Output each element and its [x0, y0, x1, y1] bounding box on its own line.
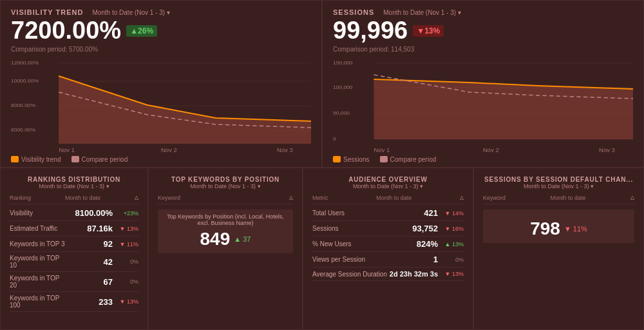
keywords-col-delta: Δ: [289, 195, 293, 201]
svg-text:10000.00%: 10000.00%: [11, 78, 39, 84]
rankings-rows: Visibility 8100.00% +23% Estimated Traff…: [10, 206, 138, 312]
table-row: Keywords in TOP 100 233 ▼ 13%: [10, 292, 138, 312]
table-row: % New Users 824% ▲ 13%: [312, 237, 464, 252]
keywords-box: Top Keywords by Position (incl. Local, H…: [158, 209, 293, 253]
keywords-date[interactable]: Month to Date (Nov 1 - 3): [158, 183, 293, 189]
table-row: Keywords in TOP 3 92 ▼ 11%: [10, 237, 138, 252]
sessions-legend: Sessions Compare period: [333, 156, 633, 163]
svg-text:Nov 3: Nov 3: [599, 147, 615, 153]
table-row: Keywords in TOP 10 42 0%: [10, 252, 138, 272]
table-row: Visibility 8100.00% +23%: [10, 206, 138, 221]
sessions-change: ▼ 13%: [413, 25, 444, 37]
visibility-chart: 12000.00% 10000.00% 8000.00% 6000.00% No…: [11, 57, 311, 153]
sessions-channel-col-month: Month to date: [550, 195, 585, 201]
audience-col-delta: Δ: [460, 195, 464, 201]
visibility-date-filter[interactable]: Month to Date (Nov 1 - 3): [92, 9, 170, 16]
svg-text:8000.00%: 8000.00%: [11, 102, 36, 108]
rankings-panel: RANKINGS DISTRIBUTION Month to Date (Nov…: [0, 168, 148, 330]
sessions-comparison: Comparison period: 114,503: [333, 46, 633, 53]
rankings-col-month: Month to date: [65, 195, 100, 201]
svg-text:Nov 1: Nov 1: [59, 147, 75, 153]
audience-rows: Total Users 421 ▼ 14% Sessions 93,752 ▼ …: [312, 206, 464, 281]
sessions-channel-col-keyword: Keyword: [483, 195, 506, 201]
svg-text:Nov 2: Nov 2: [161, 147, 177, 153]
svg-text:Nov 1: Nov 1: [374, 147, 390, 153]
svg-text:Nov 2: Nov 2: [483, 147, 499, 153]
keywords-col-keyword: Keyword: [158, 195, 180, 201]
table-row: Average Session Duration 2d 23h 32m 3s ▼…: [312, 267, 464, 281]
sessions-channel-date[interactable]: Month to Date (Nov 1 - 3): [483, 183, 634, 189]
audience-title: AUDIENCE OVERVIEW: [312, 176, 464, 183]
visibility-comparison: Comparison period: 5700.00%: [11, 46, 311, 53]
sessions-title: SESSIONS: [333, 8, 374, 16]
legend-visibility-compare: Compare period: [71, 156, 128, 163]
keywords-header: Keyword Δ: [158, 195, 293, 204]
table-row: Views per Session 1 0%: [312, 252, 464, 267]
visibility-panel: VISIBILITY TREND Month to Date (Nov 1 - …: [0, 0, 322, 168]
keywords-delta: ▲ 37: [234, 235, 251, 243]
sessions-channel-panel: SESSIONS BY SESSION DEFAULT CHAN... Mont…: [473, 168, 644, 330]
rankings-date[interactable]: Month to Date (Nov 1 - 3): [10, 183, 138, 189]
audience-panel: AUDIENCE OVERVIEW Month to Date (Nov 1 -…: [303, 168, 473, 330]
keywords-title: TOP KEYWORDS BY POSITION: [158, 176, 293, 183]
legend-visibility-trend: Visibility trend: [11, 156, 61, 163]
legend-sessions-main: Sessions: [333, 156, 370, 163]
sessions-channel-header: Keyword Month to date Δ: [483, 195, 634, 204]
sessions-channel-delta: ▼ 11%: [564, 225, 587, 233]
svg-text:100,000: 100,000: [333, 84, 353, 90]
visibility-legend: Visibility trend Compare period: [11, 156, 311, 163]
keywords-box-label: Top Keywords by Position (incl. Local, H…: [167, 213, 284, 226]
keywords-panel: TOP KEYWORDS BY POSITION Month to Date (…: [148, 168, 303, 330]
table-row: Keywords in TOP 20 67 0%: [10, 272, 138, 292]
sessions-panel: SESSIONS Month to Date (Nov 1 - 3) 99,99…: [322, 0, 644, 168]
audience-date[interactable]: Month to Date (Nov 1 - 3): [312, 183, 464, 189]
sessions-chart: 150,000 100,000 50,000 0 Nov 1 Nov 2 Nov…: [333, 57, 633, 153]
table-row: Estimated Traffic 87.16k ▼ 13%: [10, 221, 138, 237]
svg-text:Nov 3: Nov 3: [277, 147, 293, 153]
dashboard: VISIBILITY TREND Month to Date (Nov 1 - …: [0, 0, 644, 330]
visibility-value: 7200.00%: [11, 17, 121, 44]
svg-text:12000.00%: 12000.00%: [11, 60, 39, 66]
sessions-channel-title: SESSIONS BY SESSION DEFAULT CHAN...: [483, 176, 634, 183]
rankings-col-delta: Δ: [135, 195, 138, 201]
sessions-date-filter[interactable]: Month to Date (Nov 1 - 3): [383, 9, 461, 16]
rankings-col-ranking: Ranking: [10, 195, 31, 201]
bottom-row: RANKINGS DISTRIBUTION Month to Date (Nov…: [0, 168, 644, 330]
sessions-channel-col-delta: Δ: [630, 195, 634, 201]
svg-text:150,000: 150,000: [333, 60, 353, 66]
sessions-channel-box: 798 ▼ 11%: [483, 209, 634, 243]
sessions-svg: 150,000 100,000 50,000 0 Nov 1 Nov 2 Nov…: [333, 57, 633, 153]
sessions-channel-value: 798: [530, 218, 560, 239]
rankings-title: RANKINGS DISTRIBUTION: [10, 176, 138, 183]
svg-marker-8: [59, 76, 311, 144]
svg-text:0: 0: [333, 136, 336, 142]
visibility-title: VISIBILITY TREND: [11, 8, 83, 16]
table-row: Sessions 93,752 ▼ 16%: [312, 221, 464, 237]
svg-text:6000.00%: 6000.00%: [11, 127, 36, 133]
rankings-header: Ranking Month to date Δ: [10, 195, 138, 204]
audience-col-metric: Metric: [312, 195, 328, 201]
audience-header: Metric Month to date Δ: [312, 195, 464, 204]
svg-text:50,000: 50,000: [333, 110, 350, 116]
audience-col-month: Month to date: [376, 195, 412, 201]
keywords-value: 849: [200, 229, 231, 249]
visibility-change: ▲ 26%: [126, 25, 157, 37]
sessions-value: 99,996: [333, 17, 408, 44]
visibility-svg: 12000.00% 10000.00% 8000.00% 6000.00% No…: [11, 57, 311, 153]
table-row: Total Users 421 ▼ 14%: [312, 206, 464, 221]
legend-sessions-compare: Compare period: [380, 156, 437, 163]
